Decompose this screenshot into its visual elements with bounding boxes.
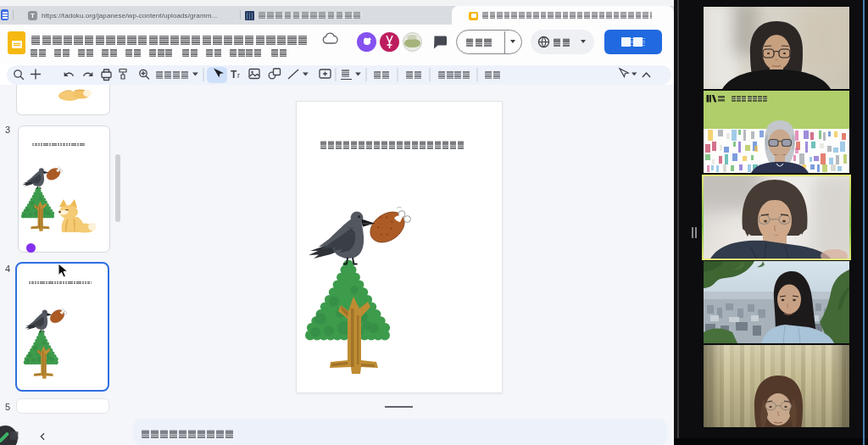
- svg-text:T: T: [231, 69, 237, 81]
- svg-text:r: r: [237, 71, 240, 80]
